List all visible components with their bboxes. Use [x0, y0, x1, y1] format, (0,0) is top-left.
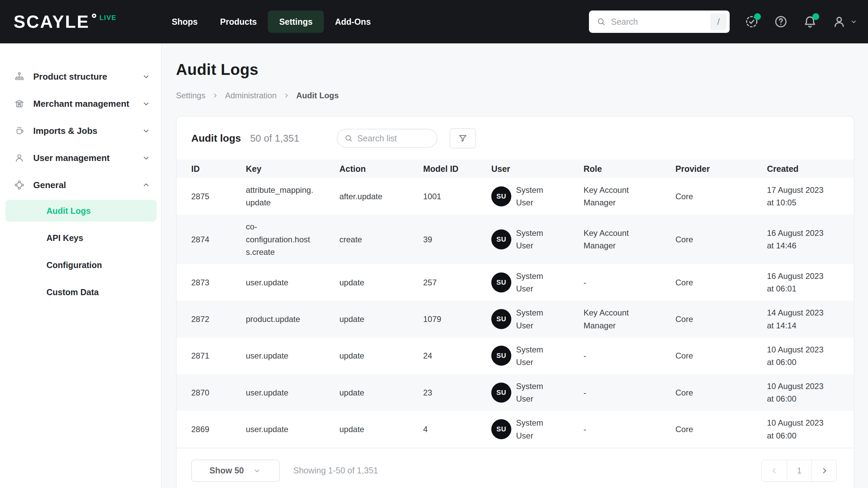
cell-model-id: 4 [423, 423, 491, 435]
cell-model-id: 24 [423, 349, 491, 362]
scayle-logo[interactable]: SCAYLE LIVE [14, 12, 117, 32]
cell-role: Key Account Manager [584, 184, 639, 209]
user-name: System User [516, 227, 552, 252]
notifications-bell-button[interactable] [803, 15, 817, 29]
table-row[interactable]: 2871 user.update update 24 SU System Use… [177, 338, 854, 374]
cell-model-id: 39 [423, 233, 491, 246]
chevron-down-icon [141, 153, 151, 163]
sidebar-subitem-custom-data[interactable]: Custom Data [5, 281, 157, 303]
cell-created: 10 August 2023 at 06:00 [767, 343, 854, 368]
table-row[interactable]: 2870 user.update update 23 SU System Use… [177, 374, 854, 411]
user-name: System User [516, 416, 552, 442]
status-green-dot [754, 13, 761, 20]
created-time: at 14:14 [767, 319, 854, 332]
column-header-key: Key [246, 164, 339, 174]
table-row[interactable]: 2874 co-configuration.hosts.create creat… [177, 215, 854, 264]
chevron-right-icon [283, 92, 290, 99]
general-submenu: Audit Logs API Keys Configuration Custom… [0, 200, 161, 303]
topnav-item-products[interactable]: Products [209, 11, 268, 33]
topnav-item-addons[interactable]: Add-Ons [324, 11, 382, 33]
table-row[interactable]: 2873 user.update update 257 SU System Us… [177, 264, 854, 301]
cell-model-id: 23 [423, 386, 491, 399]
page-size-dropdown[interactable]: Show 50 [191, 460, 280, 482]
topnav-item-settings[interactable]: Settings [268, 11, 324, 33]
slash-shortcut-badge: / [710, 13, 727, 30]
global-search-input[interactable]: Search / [589, 11, 730, 33]
filter-funnel-icon [458, 134, 468, 143]
showing-range-label: Showing 1-50 of 1,351 [293, 466, 378, 475]
cell-provider: Core [675, 276, 767, 289]
sidebar-item-label: Product structure [33, 72, 107, 82]
user-icon [14, 153, 24, 163]
cell-user: SU System User [491, 306, 584, 331]
search-icon [596, 17, 606, 26]
table-row[interactable]: 2875 attribute_mapping.update after.upda… [177, 178, 854, 215]
cell-id: 2870 [191, 386, 246, 399]
sidebar-item-product-structure[interactable]: Product structure [0, 63, 161, 90]
topnav-item-shops[interactable]: Shops [161, 11, 209, 33]
sidebar-item-general[interactable]: General [0, 171, 161, 199]
column-header-action: Action [339, 164, 423, 174]
status-check-button[interactable] [745, 15, 759, 29]
cell-model-id: 1079 [423, 313, 491, 325]
cell-user: SU System User [491, 227, 584, 252]
column-header-id: ID [191, 164, 246, 174]
help-button[interactable] [774, 15, 788, 29]
cell-action: update [339, 423, 423, 435]
user-name: System User [516, 306, 552, 331]
breadcrumb-administration[interactable]: Administration [225, 91, 277, 100]
user-initials-avatar: SU [491, 419, 511, 439]
next-page-button[interactable] [811, 460, 836, 481]
sidebar-subitem-configuration[interactable]: Configuration [5, 254, 157, 276]
table-row[interactable]: 2869 user.update update 4 SU System User… [177, 411, 854, 447]
column-header-user: User [491, 164, 584, 174]
previous-page-button[interactable] [762, 460, 787, 481]
user-initials-avatar: SU [491, 309, 511, 329]
chevron-left-icon [770, 466, 779, 475]
topbar: SCAYLE LIVE Shops Products Settings Add-… [0, 0, 868, 43]
sidebar-subitem-audit-logs[interactable]: Audit Logs [5, 200, 157, 222]
sidebar-item-label: General [33, 180, 66, 190]
sidebar-item-imports-jobs[interactable]: Imports & Jobs [0, 117, 161, 144]
breadcrumb-settings[interactable]: Settings [176, 91, 205, 100]
sidebar-item-user-management[interactable]: User management [0, 144, 161, 171]
chevron-down-icon [141, 72, 151, 81]
breadcrumb-audit-logs: Audit Logs [296, 91, 339, 100]
table-body: 2875 attribute_mapping.update after.upda… [177, 178, 854, 448]
cell-created: 16 August 2023 at 06:01 [767, 270, 854, 295]
cell-action: update [339, 276, 423, 289]
created-time: at 06:00 [767, 429, 854, 442]
breadcrumb: Settings Administration Audit Logs [176, 91, 854, 100]
user-initials-avatar: SU [491, 383, 511, 403]
user-menu-button[interactable] [832, 15, 858, 29]
created-date: 10 August 2023 [767, 416, 854, 429]
card-header: Audit logs 50 of 1,351 Search list [177, 117, 854, 160]
cell-user: SU System User [491, 380, 584, 405]
user-name: System User [516, 184, 552, 209]
sidebar-subitem-api-keys[interactable]: API Keys [5, 227, 157, 249]
cell-key: user.update [246, 349, 314, 362]
cell-action: create [339, 233, 423, 246]
list-search-input[interactable]: Search list [337, 129, 437, 148]
created-time: at 14:46 [767, 239, 854, 252]
cell-action: update [339, 349, 423, 362]
table-header-row: ID Key Action Model ID User Role Provide… [177, 160, 854, 178]
table-row[interactable]: 2872 product.update update 1079 SU Syste… [177, 301, 854, 337]
sidebar-item-merchant-management[interactable]: Merchant management [0, 90, 161, 117]
notifications-green-dot [812, 13, 819, 20]
cell-role: - [584, 423, 639, 435]
filter-button[interactable] [450, 128, 476, 148]
coffee-cup-icon [14, 126, 24, 136]
chevron-down-icon [141, 99, 151, 108]
user-initials-avatar: SU [491, 346, 511, 366]
cell-created: 10 August 2023 at 06:00 [767, 416, 854, 442]
page-title: Audit Logs [176, 60, 854, 79]
current-page-button[interactable]: 1 [787, 460, 811, 481]
cell-role: Key Account Manager [584, 227, 639, 252]
cell-model-id: 1001 [423, 190, 491, 203]
created-date: 10 August 2023 [767, 380, 854, 392]
cell-key: user.update [246, 276, 314, 289]
search-placeholder: Search [611, 17, 705, 27]
main-content: Audit Logs Settings Administration Audit… [162, 43, 868, 488]
created-time: at 10:05 [767, 196, 854, 209]
